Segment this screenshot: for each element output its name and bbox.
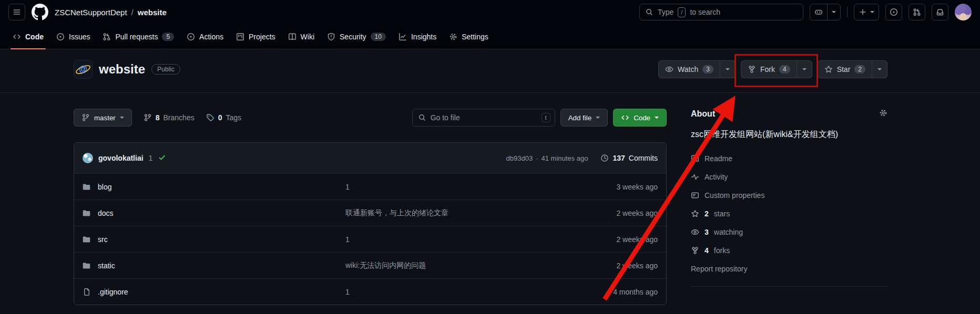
- commit-hash-and-time[interactable]: db93d03 · 41 minutes ago: [506, 154, 588, 162]
- topbar-divider: [847, 7, 848, 17]
- repo-title: website: [99, 62, 145, 77]
- about-settings-button[interactable]: [879, 109, 887, 119]
- tab-actions[interactable]: Actions: [180, 24, 230, 49]
- main-column: master 8 Branches 0 Tags Go to file: [74, 109, 667, 305]
- breadcrumb-repo-link[interactable]: website: [138, 8, 167, 17]
- issues-dashboard-button[interactable]: [885, 4, 902, 20]
- tab-code[interactable]: Code: [6, 24, 50, 49]
- stars-count: 2: [705, 210, 709, 218]
- tags-count: 0: [218, 113, 222, 122]
- git-pull-request-icon: [103, 33, 111, 41]
- notifications-inbox-button[interactable]: [932, 4, 948, 20]
- file-name-link[interactable]: blog: [83, 183, 345, 191]
- pull-requests-dashboard-button[interactable]: [908, 4, 925, 20]
- fork-button[interactable]: Fork 4: [741, 60, 812, 78]
- commit-message-link[interactable]: 1: [149, 154, 153, 162]
- file-name-link[interactable]: static: [83, 261, 345, 270]
- forks-count: 4: [705, 246, 709, 255]
- code-icon: [13, 33, 21, 41]
- file-name-link[interactable]: docs: [83, 209, 345, 217]
- tab-security[interactable]: Security 10: [321, 24, 392, 49]
- activity-link[interactable]: Activity: [691, 168, 887, 186]
- tab-label: Wiki: [301, 33, 314, 41]
- search-placeholder-prefix: Type: [658, 8, 673, 16]
- about-item-label: Custom properties: [705, 191, 764, 200]
- github-logo[interactable]: [32, 4, 48, 20]
- tab-insights[interactable]: Insights: [392, 24, 443, 49]
- commit-history-link[interactable]: 137 Commits: [600, 154, 658, 162]
- tab-label: Issues: [69, 33, 90, 41]
- star-icon: [691, 210, 699, 218]
- about-sidebar: About zsc网维开发组网站(新wiki&开发组文档) Readme Act…: [691, 109, 887, 305]
- breadcrumb-org-link[interactable]: ZSCNetSupportDept: [55, 8, 127, 17]
- add-file-label: Add file: [568, 114, 591, 122]
- stars-link[interactable]: 2 stars: [691, 204, 887, 223]
- file-name-link[interactable]: .gitignore: [83, 288, 345, 296]
- watching-link[interactable]: 3 watching: [691, 223, 887, 241]
- visibility-badge: Public: [151, 64, 180, 75]
- project-icon: [236, 33, 244, 41]
- repo-avatar: @: [74, 60, 93, 79]
- tab-pull-requests[interactable]: Pull requests 5: [96, 24, 180, 49]
- file-name: blog: [98, 183, 111, 191]
- copilot-dropdown[interactable]: [828, 4, 840, 20]
- file-commit-message-link[interactable]: wiki:无法访问内网的问题: [345, 261, 568, 270]
- branches-label: Branches: [164, 113, 195, 122]
- current-branch: master: [94, 114, 116, 122]
- file-name-link[interactable]: src: [83, 235, 345, 244]
- tab-wiki[interactable]: Wiki: [282, 24, 321, 49]
- user-avatar[interactable]: [955, 4, 972, 20]
- tab-issues[interactable]: Issues: [50, 24, 96, 49]
- file-commit-message-link[interactable]: 1: [345, 183, 568, 191]
- repo-actions: Watch 3 Fork 4 Star 2: [658, 60, 887, 78]
- tags-link[interactable]: 0 Tags: [206, 113, 241, 122]
- commit-author-avatar[interactable]: [83, 153, 93, 163]
- chevron-down-icon: [120, 117, 124, 121]
- global-header: ZSCNetSupportDept / website Type / to se…: [0, 0, 980, 24]
- about-item-label: Activity: [705, 173, 728, 181]
- forks-link[interactable]: 4 forks: [691, 241, 887, 259]
- book-icon: [288, 33, 297, 41]
- copilot-button[interactable]: [810, 4, 841, 20]
- chevron-down-icon: [596, 117, 600, 121]
- file-commit-message-link[interactable]: 1: [345, 288, 568, 296]
- eye-icon: [691, 228, 699, 236]
- report-repository-link[interactable]: Report repository: [691, 259, 887, 278]
- file-commit-message-link[interactable]: 联通新账号，与上次的绪论文章: [345, 208, 568, 218]
- readme-link[interactable]: Readme: [691, 149, 887, 168]
- file-name: docs: [98, 209, 114, 217]
- table-row: src 1 2 weeks ago: [74, 226, 666, 252]
- hamburger-menu-button[interactable]: [8, 4, 25, 20]
- code-download-button[interactable]: Code: [613, 109, 667, 127]
- watch-button[interactable]: Watch 3: [658, 60, 736, 78]
- file-commit-date: 2 weeks ago: [568, 261, 658, 270]
- star-button[interactable]: Star 2: [818, 60, 887, 78]
- fork-dropdown[interactable]: [797, 61, 812, 78]
- go-to-file-input[interactable]: Go to file t: [412, 109, 555, 127]
- watching-count: 3: [705, 228, 709, 236]
- book-icon: [691, 154, 699, 163]
- check-icon[interactable]: [158, 153, 166, 163]
- branch-selector-button[interactable]: master: [74, 109, 132, 127]
- tab-projects[interactable]: Projects: [230, 24, 282, 49]
- latest-commit-bar: govolokatliai 1 db93d03 · 41 minutes ago…: [74, 143, 666, 173]
- commit-author-link[interactable]: govolokatliai: [98, 154, 144, 162]
- file-commit-message-link[interactable]: 1: [345, 235, 568, 244]
- branches-link[interactable]: 8 Branches: [144, 113, 195, 122]
- watch-dropdown[interactable]: [720, 61, 735, 78]
- custom-properties-link[interactable]: Custom properties: [691, 186, 887, 204]
- about-item-label: stars: [714, 210, 730, 218]
- commit-time: 41 minutes ago: [542, 154, 588, 162]
- search-icon: [418, 113, 426, 122]
- global-search-input[interactable]: Type / to search: [639, 4, 803, 20]
- code-icon: [621, 113, 629, 122]
- add-file-button[interactable]: Add file: [560, 109, 608, 127]
- file-commit-date: 2 weeks ago: [568, 209, 658, 217]
- create-new-button[interactable]: [854, 4, 879, 20]
- search-placeholder-suffix: to search: [690, 8, 720, 16]
- table-row: .gitignore 1 4 months ago: [74, 278, 666, 305]
- repo-header: @ website Public Watch 3 Fork 4: [0, 49, 980, 93]
- table-row: static wiki:无法访问内网的问题 2 weeks ago: [74, 252, 666, 278]
- star-dropdown[interactable]: [872, 61, 887, 78]
- tab-settings[interactable]: Settings: [443, 24, 495, 49]
